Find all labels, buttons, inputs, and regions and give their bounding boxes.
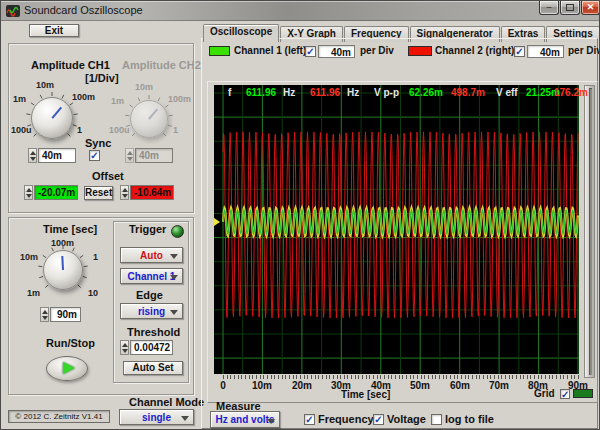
axis-tick [432,375,433,379]
grid-color-swatch[interactable] [573,389,593,398]
axis-tick [274,375,275,379]
spin-down-icon[interactable] [30,157,36,161]
axis-tick [516,375,517,379]
axis-tick [395,375,396,379]
dial-scale-100u: 100u [109,125,130,135]
time-spinner[interactable] [40,307,49,322]
spin-down-icon[interactable] [122,349,128,353]
knob-face[interactable] [43,250,83,290]
axis-tick [424,375,425,379]
channel2-enable-checkbox[interactable]: ✓ [514,46,525,57]
maximize-button[interactable] [560,1,580,15]
axis-tick [578,375,579,379]
log-to-file-checkbox[interactable] [431,414,442,425]
channel-mode-dropdown[interactable]: single [119,409,194,425]
axis-tick [326,375,327,379]
axis-tick [300,375,301,379]
axis-tick [252,375,253,379]
axis-tick [315,375,316,379]
spin-up-icon[interactable] [42,310,48,314]
axis-tick [366,375,367,379]
channel2-per-div-field[interactable]: 40m [527,45,564,58]
spin-down-icon[interactable] [42,316,48,320]
axis-tick [227,375,228,379]
scope-plot[interactable] [214,85,579,374]
axis-tick [333,375,334,379]
axis-tick [340,375,341,379]
tab-oscilloscope[interactable]: Oscilloscope [203,24,279,42]
sync-checkbox[interactable]: ✓ [89,150,100,161]
spin-down-icon[interactable] [26,194,32,198]
axis-tick [563,375,564,379]
axis-tick [406,375,407,379]
x-tick-0: 0 [208,380,238,391]
vpp-label: V p-p [374,87,399,98]
play-icon [63,362,75,374]
offset-reset-button[interactable]: Reset [84,186,113,200]
time-value-field[interactable]: 90m [50,307,81,322]
hz-unit-label: Hz [283,87,295,98]
chevron-down-icon [181,416,189,421]
axis-tick [285,375,286,379]
grid-checkbox[interactable]: ✓ [560,389,570,399]
threshold-spinner[interactable] [120,340,129,355]
axis-tick [256,375,257,379]
amplitude-ch1-value-field[interactable]: 40m [38,148,76,163]
trigger-source-dropdown[interactable]: Channel 1 [120,268,183,284]
offset-ch2-spinner[interactable] [120,185,129,200]
close-button[interactable]: ✕ [581,1,600,15]
offset-ch1-value-field[interactable]: -20.07m [34,185,78,200]
hz-unit-label: Hz [347,87,359,98]
minimize-button[interactable]: – [539,1,559,15]
channel1-enable-checkbox[interactable]: ✓ [305,46,316,57]
measure-mode-dropdown[interactable]: Hz and volts [210,411,280,428]
amplitude-ch1-spinner[interactable] [28,148,37,163]
time-knob[interactable] [36,243,90,297]
channel1-color-swatch [209,46,230,56]
slider-track[interactable] [589,88,592,375]
offset-ch2-value-field[interactable]: -10.64m [130,185,174,200]
spin-up-icon[interactable] [26,188,32,192]
spin-down-icon [127,157,133,161]
x-tick-50m: 50m [405,380,435,391]
axis-tick [490,375,491,379]
axis-tick [344,375,345,379]
axis-tick [351,375,352,379]
dial-scale-100m: 100m [168,94,191,104]
channel1-per-div-field[interactable]: 40m [318,45,355,58]
spin-up-icon[interactable] [30,151,36,155]
threshold-value-field[interactable]: 0.00472 [130,340,173,355]
x-tick-60m: 60m [445,380,475,391]
axis-tick [369,375,370,379]
voltage-checkbox[interactable]: ✓ [373,414,384,425]
spin-down-icon[interactable] [122,194,128,198]
trigger-led [171,225,184,238]
axis-tick [520,375,521,379]
spin-up-icon[interactable] [122,343,128,347]
chevron-down-icon [170,254,178,259]
vertical-scale-slider[interactable] [584,85,595,378]
axis-tick [556,375,557,379]
axis-tick [289,375,290,379]
axis-tick [454,375,455,379]
knob-face[interactable] [31,97,73,139]
log-to-file-label: log to file [445,413,494,425]
frequency-checkbox[interactable]: ✓ [304,414,315,425]
axis-tick [487,375,488,379]
axis-tick [428,375,429,379]
axis-tick [391,375,392,379]
axis-tick [468,375,469,379]
trigger-edge-dropdown[interactable]: rising [120,303,183,319]
axis-tick [223,375,224,379]
dial-scale-100m: 100m [72,92,95,102]
offset-ch1-spinner[interactable] [24,185,33,200]
run-stop-button[interactable] [46,356,88,381]
trigger-mode-dropdown[interactable]: Auto [120,247,183,263]
check-icon: ✓ [90,150,98,161]
trigger-level-marker-icon[interactable] [214,218,220,226]
axis-tick [271,375,272,379]
check-icon: ✓ [561,389,569,400]
spin-up-icon[interactable] [122,188,128,192]
auto-set-button[interactable]: Auto Set [123,361,183,375]
exit-button[interactable]: Exit [29,24,79,37]
